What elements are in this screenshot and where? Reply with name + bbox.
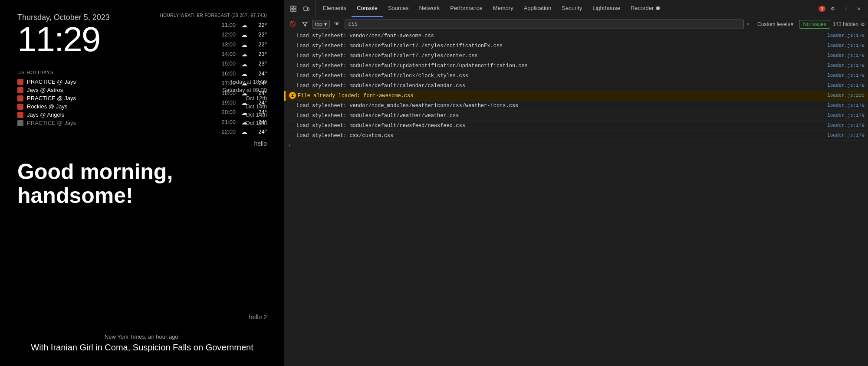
svg-rect-0 [291,6,293,8]
tab-performance[interactable]: Performance [445,0,487,17]
cursor-chevron: › [288,143,291,149]
weather-temp: 24° [253,118,267,127]
inspect-icon[interactable] [288,3,299,14]
weather-temp: 22° [253,30,267,39]
line-source[interactable]: loader.js:179 [827,62,865,69]
weather-time: 21:00 [219,118,236,127]
custom-levels-button[interactable]: Custom levels ▾ [754,20,796,29]
weather-time: 17:00 [219,79,236,88]
line-source[interactable]: loader.js:179 [827,72,865,79]
weather-temp: 22° [253,21,267,30]
weather-time: 15:00 [219,59,236,69]
weather-icon: ☁ [240,69,249,78]
weather-icon: ☁ [240,118,249,127]
weather-row: 17:00 ☁ 24° [160,78,267,88]
top-selector-chevron: ▾ [324,21,327,27]
weather-temp: 23° [253,59,267,69]
calendar-icon [17,95,23,101]
weather-temp: 23° [253,50,267,59]
hello1-text: hello [17,140,267,147]
svg-rect-4 [304,7,307,10]
news-section: hello 2 New York Times, an hour ago: Wit… [17,314,267,353]
clear-console-icon[interactable]: 🚫 [288,20,297,29]
line-source[interactable]: loader.js:235 [827,92,865,99]
line-source[interactable]: loader.js:179 [827,42,865,49]
svg-rect-5 [308,8,309,10]
line-source[interactable]: loader.js:179 [827,122,865,129]
line-source[interactable]: loader.js:179 [827,32,865,39]
settings-icon[interactable]: ⚙ [827,3,838,14]
weather-row: 20:00 ☁ 24° [160,108,267,118]
filter-input[interactable] [345,20,744,29]
devtools-icons [284,0,316,17]
device-icon[interactable] [301,3,312,14]
weather-time: 13:00 [219,40,236,49]
console-line: Load stylesheet: vendor/css/font-awesome… [284,31,868,41]
console-settings-icon[interactable]: ⚙ [861,21,865,28]
line-content: Load stylesheet: modules/default/weather… [296,112,823,120]
line-source[interactable]: loader.js:179 [827,112,865,119]
tab-network[interactable]: Network [414,0,445,17]
console-line: Load stylesheet: modules/default/newsfee… [284,121,868,131]
console-line: Load stylesheet: modules/default/clock/c… [284,71,868,81]
weather-row: 14:00 ☁ 23° [160,49,267,59]
weather-time: 12:00 [219,30,236,39]
tab-memory[interactable]: Memory [488,0,519,17]
weather-icon: ☁ [240,78,249,88]
tab-elements[interactable]: Elements [318,0,352,17]
line-content: Load stylesheet: modules/default/calenda… [296,82,823,90]
weather-icon: ☁ [240,20,249,30]
tab-sources[interactable]: Sources [383,0,414,17]
close-devtools-icon[interactable]: ✕ [853,3,865,14]
tab-security[interactable]: Security [556,0,587,17]
console-line: Load stylesheet: modules/default/calenda… [284,81,868,91]
tab-application[interactable]: Application [519,0,557,17]
weather-row: 21:00 ☁ 24° [160,118,267,127]
devtools-panel: Elements Console Sources Network Perform… [284,0,868,366]
line-content: Load stylesheet: modules/default/alert/.… [296,42,823,50]
weather-icon: ☁ [240,40,249,49]
svg-rect-2 [291,9,293,11]
calendar-icon [17,79,23,85]
weather-title: HOURLY WEATHER FORECAST (30.267,-97.743) [160,13,267,18]
top-selector-label: top [315,21,322,27]
console-toolbar: 🚫 top ▾ 👁 ✕ Custom levels ▾ No Issues 14… [284,17,868,31]
weather-temp: 24° [253,69,267,78]
console-line: Load stylesheet: modules/default/updaten… [284,61,868,71]
weather-time: 20:00 [219,108,236,117]
console-cursor-line: › [284,141,868,150]
weather-time: 14:00 [219,50,236,59]
line-content: File already loaded: font-awesome.css [298,92,823,100]
weather-icon: ☁ [240,88,249,98]
left-panel: Thursday, October 5, 2023 11:29 HOURLY W… [0,0,284,366]
weather-time: 18:00 [219,89,236,98]
tab-recorder[interactable]: Recorder ⏺ [625,0,666,17]
weather-row: 22:00 ☁ 24° [160,127,267,137]
console-line: Load stylesheet: modules/default/alert/.… [284,51,868,61]
line-source[interactable]: loader.js:179 [827,82,865,89]
line-content: Load stylesheet: css/custom.css [296,132,823,140]
console-output[interactable]: Load stylesheet: vendor/css/font-awesome… [284,31,868,366]
line-source[interactable]: loader.js:179 [827,52,865,59]
weather-rows: 11:00 ☁ 22° 12:00 ☁ 22° 13:00 ☁ 22° 14:0… [160,20,267,137]
weather-row: 15:00 ☁ 23° [160,59,267,69]
weather-row: 13:00 ☁ 22° [160,40,267,49]
tab-console[interactable]: Console [352,0,383,17]
eye-icon[interactable]: 👁 [332,20,342,29]
line-source[interactable]: loader.js:179 [827,102,865,109]
more-icon[interactable]: ⋮ [840,3,852,14]
filter-clear-icon[interactable]: ✕ [745,21,752,28]
filter-icon[interactable] [300,20,309,29]
top-selector[interactable]: top ▾ [312,20,330,29]
console-line: Load stylesheet: modules/default/alert/.… [284,41,868,51]
line-content: Load stylesheet: modules/default/alert/.… [296,52,823,60]
devtools-tabs: Elements Console Sources Network Perform… [316,0,668,17]
weather-temp: 24° [253,108,267,117]
line-source[interactable]: loader.js:179 [827,132,865,139]
weather-section: HOURLY WEATHER FORECAST (30.267,-97.743)… [160,13,267,137]
line-content: Load stylesheet: modules/default/newsfee… [296,122,823,130]
weather-temp: 22° [253,40,267,49]
tab-lighthouse[interactable]: Lighthouse [587,0,625,17]
weather-row: 18:00 ☁ 24° [160,88,267,98]
weather-time: 11:00 [219,21,236,30]
